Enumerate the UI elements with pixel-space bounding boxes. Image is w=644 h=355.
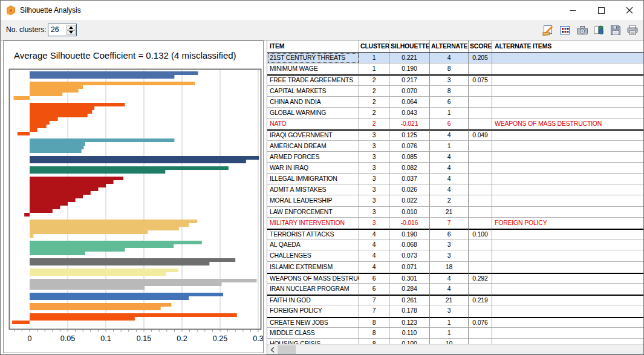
cell-alternate: 1 — [430, 108, 469, 119]
bar-cluster-group-1 — [30, 75, 174, 79]
table-row[interactable]: WAR IN IRAQ30.0824 — [267, 163, 644, 174]
table-row[interactable]: AMERICAN DREAM30.0761 — [267, 141, 644, 152]
table-row[interactable]: TERRORIST ATTACKS40.19060.100 — [267, 229, 644, 239]
cell-cluster: 1 — [359, 53, 389, 64]
column-header-alternate[interactable]: ALTERNATE — [430, 41, 469, 52]
cell-silhouette: 0.125 — [389, 129, 430, 140]
spinner-down-button[interactable] — [67, 30, 76, 36]
scroll-left-arrow-icon — [270, 347, 275, 353]
cell-score — [469, 262, 492, 273]
table-row[interactable]: FREE TRADE AGREEMENTS20.21730.075 — [267, 74, 644, 85]
cell-alternate_items — [492, 64, 644, 74]
cell-cluster: 2 — [359, 97, 389, 108]
cell-cluster: 3 — [359, 174, 389, 184]
bar-cluster-group-12 — [30, 286, 145, 290]
cell-item: ARMED FORCES — [267, 152, 359, 163]
cell-cluster: 2 — [359, 119, 389, 129]
table-row[interactable]: ILLEGAL IMMIGRATION30.0374 — [267, 174, 644, 184]
table-row[interactable]: CREATE NEW JOBS80.12310.076 — [267, 317, 644, 328]
table-row[interactable]: GLOBAL WARMING20.0431 — [267, 108, 644, 119]
cell-alternate: 3 — [430, 74, 469, 85]
table-row[interactable]: CHINA AND INDIA20.0646 — [267, 97, 644, 108]
bar-cluster-group-9 — [30, 244, 174, 248]
bar-cluster-group-10 — [30, 258, 235, 262]
column-header-cluster[interactable]: CLUSTER — [359, 41, 389, 52]
table-row[interactable]: MINIMUM WAGE10.1908 — [267, 64, 644, 74]
table-row[interactable]: NATO2-0.0216WEAPONS OF MASS DESTRUCTION — [267, 119, 644, 129]
cell-silhouette: 0.301 — [389, 273, 430, 284]
cell-cluster: 7 — [359, 305, 389, 316]
cell-item: WEAPONS OF MASS DESTRUCTION — [267, 273, 359, 284]
bar-cluster-group-7 — [30, 187, 98, 191]
column-header-score[interactable]: SCORE — [469, 41, 492, 52]
cell-alternate_items — [492, 229, 644, 239]
cell-alternate: 4 — [430, 184, 469, 195]
table-row[interactable]: MILITARY INTERVENTION3-0.0167FOREIGN POL… — [267, 218, 644, 229]
up-arrow-icon — [69, 26, 73, 29]
bar-cluster-group-7 — [24, 213, 30, 217]
minimize-button[interactable] — [559, 1, 587, 20]
table-row[interactable]: AL QAEDA40.0683 — [267, 239, 644, 250]
table-row[interactable]: ARMED FORCES30.0854 — [267, 152, 644, 163]
table-row[interactable]: FOREIGN POLICY70.1783 — [267, 305, 644, 316]
scrollbar-thumb[interactable] — [278, 345, 296, 354]
cell-silhouette: 0.010 — [389, 207, 430, 218]
table-row[interactable]: CHALLENGES40.0733 — [267, 250, 644, 261]
titlebar[interactable]: 6 Silhouette Analysis — [1, 1, 643, 20]
spinner-up-button[interactable] — [67, 25, 76, 30]
column-header-silhouette[interactable]: SILHOUETTE — [389, 41, 430, 52]
bar-cluster-group-8 — [30, 234, 33, 238]
table-row[interactable]: IRAQI GOVERNMENT30.12540.049 — [267, 129, 644, 140]
cell-score: 0.292 — [469, 273, 492, 284]
cell-cluster: 8 — [359, 328, 389, 339]
color-grid-icon[interactable] — [559, 24, 571, 36]
column-header-item[interactable]: ITEM — [267, 41, 359, 52]
cell-alternate_items — [492, 207, 644, 218]
table-row[interactable]: IRAN NUCLEAR PROGRAM60.2844 — [267, 284, 644, 295]
cell-score: 0.219 — [469, 295, 492, 305]
edit-design-icon[interactable] — [542, 24, 555, 36]
silhouette-chart-panel: Average Silhouette Coefficient = 0.132 (… — [3, 41, 264, 353]
cell-alternate: 21 — [430, 295, 469, 305]
bar-cluster-group-7 — [30, 177, 123, 180]
window-title: Silhouette Analysis — [20, 1, 81, 20]
cell-alternate_items — [492, 250, 644, 261]
table-row[interactable]: ADMIT A MISTAKES30.0264 — [267, 184, 644, 195]
clusters-value[interactable]: 26 — [51, 24, 59, 36]
maximize-button[interactable] — [587, 1, 615, 20]
clusters-spinner[interactable]: 26 — [48, 24, 77, 36]
cell-alternate_items — [492, 239, 644, 250]
cell-item: FOREIGN POLICY — [267, 305, 359, 316]
bar-cluster-group-1 — [30, 71, 198, 75]
cell-item: TERRORIST ATTACKS — [267, 229, 359, 239]
column-header-alternate_items[interactable]: ALTERNATE ITEMS — [492, 41, 644, 52]
cell-cluster: 2 — [359, 86, 389, 97]
scroll-left-button[interactable] — [267, 345, 278, 354]
cell-alternate: 6 — [430, 97, 469, 108]
table-row[interactable]: CAPITAL MARKETS20.0708 — [267, 86, 644, 97]
cell-score: 0.049 — [469, 129, 492, 140]
horizontal-scrollbar[interactable] — [267, 344, 644, 354]
table-row[interactable]: MORAL LEADERSHIP30.0222 — [267, 195, 644, 206]
cell-silhouette: 0.085 — [389, 152, 430, 163]
table-row[interactable]: ISLAMIC EXTREMISM40.07118 — [267, 262, 644, 273]
bar-cluster-group-9 — [30, 252, 85, 255]
cell-alternate_items — [492, 53, 644, 64]
table-row[interactable]: FAITH IN GOD70.261210.219 — [267, 295, 644, 305]
bar-cluster-group-7 — [30, 184, 106, 187]
clusters-label: No. clusters: — [6, 20, 47, 40]
table-row[interactable]: 21ST CENTURY THREATS10.22140.205 — [267, 53, 644, 64]
cell-item: MILITARY INTERVENTION — [267, 218, 359, 229]
cell-cluster: 4 — [359, 239, 389, 250]
export-book-icon[interactable] — [593, 24, 605, 36]
bar-cluster-group-15 — [30, 313, 237, 317]
print-icon[interactable] — [626, 24, 639, 36]
table-row[interactable]: LAW ENFORCEMENT30.01021 — [267, 207, 644, 218]
cell-silhouette: 0.037 — [389, 174, 430, 184]
table-row[interactable]: MIDDLE CLASS80.1101 — [267, 328, 644, 339]
cell-item: FREE TRADE AGREEMENTS — [267, 74, 359, 85]
save-icon[interactable] — [610, 24, 622, 36]
camera-icon[interactable] — [576, 24, 588, 36]
close-button[interactable] — [616, 1, 643, 20]
table-row[interactable]: WEAPONS OF MASS DESTRUCTION60.30140.292 — [267, 273, 644, 284]
